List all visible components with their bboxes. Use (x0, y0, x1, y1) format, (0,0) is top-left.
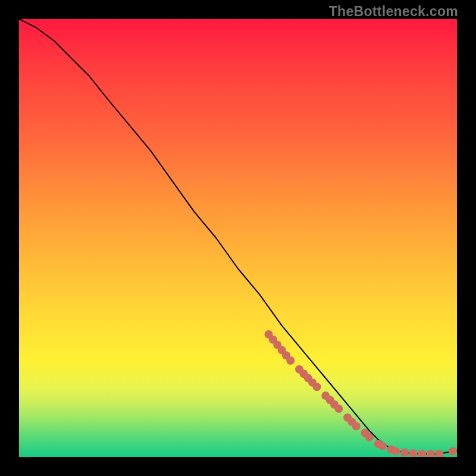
data-marker (436, 450, 444, 457)
plot-svg (19, 19, 457, 457)
data-marker (449, 447, 457, 455)
data-marker (392, 447, 400, 455)
data-marker (365, 433, 374, 441)
data-marker (418, 450, 426, 457)
data-marker (352, 422, 361, 431)
data-marker (334, 405, 343, 413)
data-marker (313, 383, 321, 391)
data-marker (409, 449, 417, 457)
data-marker (378, 442, 387, 450)
chart-frame: TheBottleneck.com (0, 0, 476, 476)
data-marker (400, 449, 409, 457)
bottleneck-curve (19, 19, 457, 454)
watermark-text: TheBottleneck.com (329, 4, 458, 20)
data-marker (427, 450, 435, 457)
data-markers (265, 330, 457, 457)
data-marker (286, 356, 295, 365)
plot-area (19, 19, 457, 457)
